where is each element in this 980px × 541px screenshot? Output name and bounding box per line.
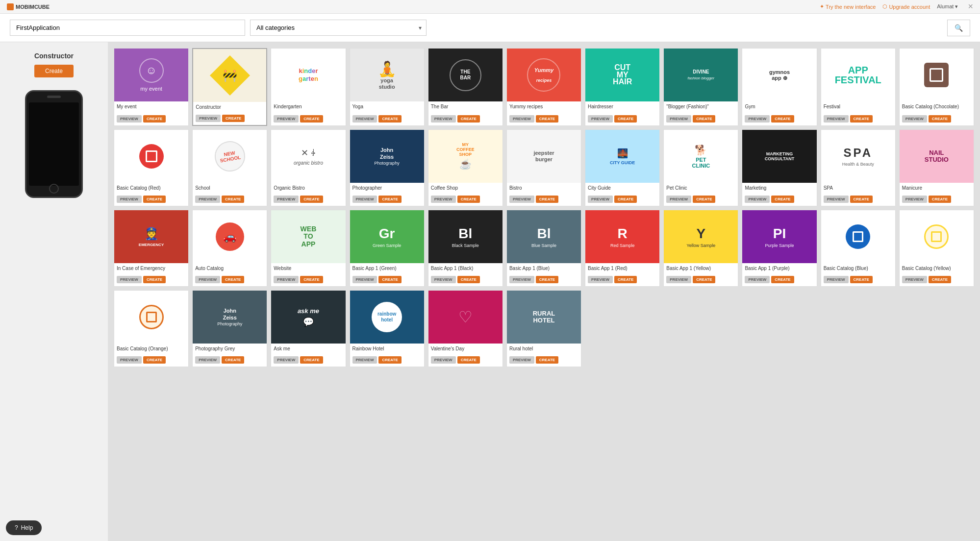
create-button[interactable]: CREATE <box>536 356 558 364</box>
upgrade-account-link[interactable]: ⬡ Upgrade account <box>882 3 930 10</box>
preview-button[interactable]: PREVIEW <box>666 196 691 203</box>
create-button[interactable]: CREATE <box>693 115 715 123</box>
template-card: Y Yellow Sample Basic App 1 (Yellow) PRE… <box>663 210 738 287</box>
preview-button[interactable]: PREVIEW <box>588 276 613 283</box>
preview-button[interactable]: PREVIEW <box>509 276 534 283</box>
preview-button[interactable]: PREVIEW <box>431 276 456 283</box>
create-button[interactable]: CREATE <box>143 115 166 123</box>
preview-button[interactable]: PREVIEW <box>274 115 299 123</box>
template-thumbnail: 👮 EMERGENCY <box>114 210 188 263</box>
preview-button[interactable]: PREVIEW <box>195 276 220 283</box>
preview-button[interactable]: PREVIEW <box>902 276 927 283</box>
create-button[interactable]: CREATE <box>457 356 480 364</box>
preview-button[interactable]: PREVIEW <box>274 356 299 364</box>
create-button[interactable]: CREATE <box>300 356 323 364</box>
category-select[interactable]: All categories Business Education Entert… <box>250 20 427 36</box>
create-button[interactable]: CREATE <box>378 115 401 123</box>
preview-button[interactable]: PREVIEW <box>745 115 770 123</box>
preview-button[interactable]: PREVIEW <box>666 115 691 123</box>
create-button[interactable]: CREATE <box>693 276 715 283</box>
create-button[interactable]: CREATE <box>929 276 951 283</box>
create-button[interactable]: CREATE <box>614 196 637 203</box>
help-button[interactable]: ? Help <box>6 520 42 535</box>
preview-button[interactable]: PREVIEW <box>274 196 299 203</box>
preview-button[interactable]: PREVIEW <box>117 356 142 364</box>
preview-button[interactable]: PREVIEW <box>824 196 849 203</box>
create-button[interactable]: CREATE <box>771 276 794 283</box>
create-button[interactable]: CREATE <box>457 196 480 203</box>
preview-button[interactable]: PREVIEW <box>745 196 770 203</box>
create-button[interactable]: CREATE <box>143 356 166 364</box>
template-card: 🧘 yogastudio Yoga PREVIEW CREATE <box>350 48 425 126</box>
preview-button[interactable]: PREVIEW <box>352 356 377 364</box>
create-button[interactable]: CREATE <box>536 196 558 203</box>
preview-button[interactable]: PREVIEW <box>902 115 927 123</box>
create-button[interactable]: CREATE <box>143 276 166 283</box>
card-actions: PREVIEW CREATE <box>742 275 816 286</box>
create-button[interactable]: CREATE <box>300 196 323 203</box>
preview-button[interactable]: PREVIEW <box>195 356 220 364</box>
preview-button[interactable]: PREVIEW <box>196 115 221 122</box>
card-actions: PREVIEW CREATE <box>900 275 974 286</box>
create-button[interactable]: CREATE <box>929 196 951 203</box>
preview-button[interactable]: PREVIEW <box>352 276 377 283</box>
try-new-interface-link[interactable]: ✦ Try the new interface <box>820 3 876 10</box>
create-button[interactable]: CREATE <box>536 276 558 283</box>
preview-button[interactable]: PREVIEW <box>824 115 849 123</box>
create-button[interactable]: CREATE <box>457 115 480 123</box>
create-button[interactable]: CREATE <box>378 196 401 203</box>
create-button[interactable]: CREATE <box>300 276 323 283</box>
preview-button[interactable]: PREVIEW <box>509 196 534 203</box>
template-thumbnail: 🧘 yogastudio <box>350 49 424 101</box>
create-button[interactable]: CREATE <box>536 115 558 123</box>
close-icon[interactable]: × <box>968 1 973 12</box>
template-name: Marketing <box>742 183 816 195</box>
create-button[interactable]: CREATE <box>222 196 244 203</box>
preview-button[interactable]: PREVIEW <box>352 196 377 203</box>
app-name-input[interactable] <box>10 20 245 36</box>
create-main-button[interactable]: Create <box>34 65 74 77</box>
create-button[interactable]: CREATE <box>222 115 245 122</box>
create-button[interactable]: CREATE <box>222 276 244 283</box>
template-thumbnail: 🚧 <box>193 49 266 102</box>
preview-button[interactable]: PREVIEW <box>352 115 377 123</box>
create-button[interactable]: CREATE <box>457 276 480 283</box>
template-card: Gr Green Sample Basic App 1 (Green) PREV… <box>350 210 425 287</box>
preview-button[interactable]: PREVIEW <box>509 115 534 123</box>
create-button[interactable]: CREATE <box>378 356 401 364</box>
create-button[interactable]: CREATE <box>222 356 244 364</box>
create-button[interactable]: CREATE <box>850 196 873 203</box>
create-button[interactable]: CREATE <box>929 115 951 123</box>
template-thumbnail: rainbowhotel <box>350 291 424 344</box>
card-actions: PREVIEW CREATE <box>350 355 424 367</box>
create-button[interactable]: CREATE <box>771 115 794 123</box>
create-button[interactable]: CREATE <box>693 196 715 203</box>
preview-button[interactable]: PREVIEW <box>431 196 456 203</box>
create-button[interactable]: CREATE <box>300 115 323 123</box>
preview-button[interactable]: PREVIEW <box>117 115 142 123</box>
create-button[interactable]: CREATE <box>850 276 873 283</box>
preview-button[interactable]: PREVIEW <box>431 115 456 123</box>
preview-button[interactable]: PREVIEW <box>195 196 220 203</box>
create-button[interactable]: CREATE <box>614 276 637 283</box>
create-button[interactable]: CREATE <box>614 115 637 123</box>
create-button[interactable]: CREATE <box>850 115 873 123</box>
user-menu[interactable]: Alumat ▾ <box>937 3 958 10</box>
preview-button[interactable]: PREVIEW <box>117 196 142 203</box>
create-button[interactable]: CREATE <box>771 196 794 203</box>
preview-button[interactable]: PREVIEW <box>117 276 142 283</box>
preview-button[interactable]: PREVIEW <box>509 356 534 364</box>
preview-button[interactable]: PREVIEW <box>431 356 456 364</box>
preview-button[interactable]: PREVIEW <box>745 276 770 283</box>
preview-button[interactable]: PREVIEW <box>588 196 613 203</box>
create-button[interactable]: CREATE <box>378 276 401 283</box>
preview-button[interactable]: PREVIEW <box>274 276 299 283</box>
preview-button[interactable]: PREVIEW <box>588 115 613 123</box>
preview-button[interactable]: PREVIEW <box>666 276 691 283</box>
preview-button[interactable]: PREVIEW <box>824 276 849 283</box>
search-button[interactable]: 🔍 <box>947 20 970 36</box>
template-thumbnail: THEBAR <box>428 49 503 101</box>
create-button[interactable]: CREATE <box>143 196 166 203</box>
template-name: Basic Catalog (Red) <box>114 183 188 195</box>
preview-button[interactable]: PREVIEW <box>902 196 927 203</box>
